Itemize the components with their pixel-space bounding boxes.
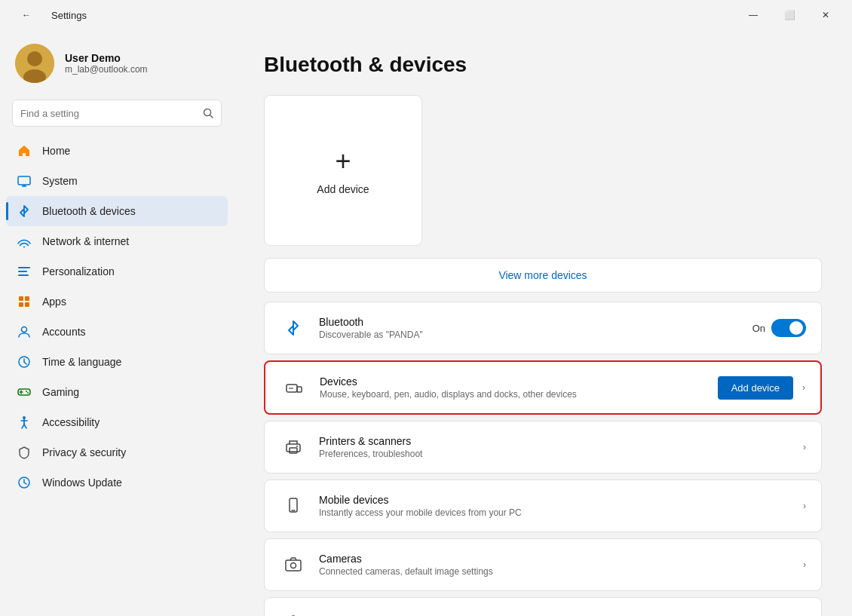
svg-rect-35: [290, 448, 297, 453]
devices-chevron: ›: [802, 382, 805, 393]
sidebar-item-label: Bluetooth & devices: [42, 205, 136, 217]
user-profile[interactable]: User Demo m_lab@outlook.com: [0, 30, 234, 97]
search-input[interactable]: [20, 108, 203, 119]
time-icon: [17, 354, 32, 369]
mobile-row-icon: [280, 492, 307, 519]
svg-rect-5: [18, 176, 30, 185]
view-more-text: View more devices: [498, 269, 587, 281]
sidebar-item-home[interactable]: Home: [6, 136, 228, 166]
sidebar-item-bluetooth[interactable]: Bluetooth & devices: [6, 196, 228, 226]
privacy-icon: [17, 445, 32, 460]
sidebar-item-apps[interactable]: Apps: [6, 287, 228, 317]
sidebar-item-accounts[interactable]: Accounts: [6, 317, 228, 347]
update-icon: [17, 475, 32, 490]
sidebar-item-gaming[interactable]: Gaming: [6, 377, 228, 407]
app-title: Settings: [51, 10, 87, 21]
bluetooth-row-text: Bluetooth Discoverable as "PANDA": [319, 316, 740, 340]
sidebar-item-system[interactable]: System: [6, 166, 228, 196]
view-more-row[interactable]: View more devices: [264, 258, 822, 293]
svg-rect-15: [25, 302, 29, 307]
printers-row-subtitle: Preferences, troubleshoot: [319, 449, 791, 459]
sidebar-item-label: Apps: [42, 296, 66, 308]
mobile-row-text: Mobile devices Instantly access your mob…: [319, 494, 791, 518]
titlebar-left: ← Settings: [9, 3, 87, 27]
svg-rect-12: [19, 296, 23, 301]
devices-row-subtitle: Mouse, keyboard, pen, audio, displays an…: [320, 389, 706, 400]
bluetooth-row-right: On: [752, 319, 806, 337]
gaming-icon: [17, 385, 32, 400]
cameras-row-text: Cameras Connected cameras, default image…: [319, 553, 791, 577]
search-icon: [203, 108, 213, 118]
cameras-row[interactable]: Cameras Connected cameras, default image…: [264, 538, 822, 591]
sidebar-item-time[interactable]: Time & language: [6, 347, 228, 377]
mobile-row[interactable]: Mobile devices Instantly access your mob…: [264, 480, 822, 532]
system-icon: [17, 173, 32, 188]
svg-point-16: [22, 327, 27, 333]
sidebar-item-label: Privacy & security: [42, 446, 126, 458]
toggle-wrap: On: [752, 319, 806, 337]
minimize-button[interactable]: —: [736, 3, 771, 27]
sidebar-item-personalization[interactable]: Personalization: [6, 256, 228, 287]
mouse-row-icon: [280, 610, 307, 616]
apps-icon: [17, 294, 32, 309]
svg-point-24: [27, 392, 29, 394]
devices-row[interactable]: Devices Mouse, keyboard, pen, audio, dis…: [264, 360, 822, 415]
sidebar-item-label: Personalization: [42, 265, 115, 277]
user-info: User Demo m_lab@outlook.com: [65, 52, 148, 75]
add-device-card[interactable]: + Add device: [264, 95, 422, 246]
bluetooth-icon: [17, 204, 32, 219]
svg-line-19: [24, 362, 26, 364]
sidebar-item-accessibility[interactable]: Accessibility: [6, 407, 228, 437]
mobile-chevron: ›: [803, 501, 806, 511]
sidebar-item-privacy[interactable]: Privacy & security: [6, 437, 228, 467]
svg-line-4: [210, 115, 213, 118]
add-device-label: Add device: [317, 183, 369, 195]
sidebar-item-label: Gaming: [42, 386, 79, 398]
sidebar-item-network[interactable]: Network & internet: [6, 226, 228, 256]
home-icon: [17, 143, 32, 158]
add-plus-icon: +: [335, 146, 351, 177]
toggle-label: On: [752, 323, 765, 334]
svg-line-29: [24, 424, 26, 428]
svg-line-28: [22, 424, 24, 428]
app-body: User Demo m_lab@outlook.com: [0, 30, 852, 616]
toggle-knob: [789, 321, 803, 335]
svg-point-40: [291, 563, 296, 568]
sidebar-item-label: Network & internet: [42, 235, 129, 247]
main-content: Bluetooth & devices + Add device View mo…: [234, 30, 852, 616]
devices-row-text: Devices Mouse, keyboard, pen, audio, dis…: [320, 375, 706, 400]
sidebar-item-label: Accounts: [42, 326, 86, 338]
page-title: Bluetooth & devices: [264, 53, 822, 77]
devices-row-icon: [280, 374, 308, 401]
sidebar-item-label: Accessibility: [42, 416, 100, 428]
cameras-chevron: ›: [803, 559, 806, 570]
titlebar: ← Settings — ⬜ ✕: [0, 0, 852, 30]
svg-point-23: [26, 391, 27, 392]
avatar: [15, 44, 54, 83]
devices-add-button[interactable]: Add device: [718, 376, 793, 400]
printers-row-title: Printers & scanners: [319, 435, 791, 447]
bluetooth-toggle[interactable]: [771, 319, 806, 337]
svg-point-8: [23, 247, 25, 248]
search-box[interactable]: [12, 100, 222, 127]
cameras-row-title: Cameras: [319, 553, 791, 565]
back-button[interactable]: ←: [9, 3, 44, 27]
maximize-button[interactable]: ⬜: [772, 3, 807, 27]
printers-row-icon: [280, 434, 307, 461]
cameras-row-right: ›: [803, 559, 806, 570]
bluetooth-row[interactable]: Bluetooth Discoverable as "PANDA" On: [264, 302, 822, 354]
printers-row-text: Printers & scanners Preferences, trouble…: [319, 435, 791, 459]
mouse-row[interactable]: Mouse ›: [264, 597, 822, 616]
user-name: User Demo: [65, 52, 148, 64]
printers-row[interactable]: Printers & scanners Preferences, trouble…: [264, 421, 822, 473]
mobile-row-subtitle: Instantly access your mobile devices fro…: [319, 507, 791, 518]
svg-rect-13: [25, 296, 29, 301]
bluetooth-row-title: Bluetooth: [319, 316, 740, 328]
cameras-row-icon: [280, 551, 307, 578]
svg-rect-32: [297, 387, 302, 392]
sidebar-item-label: Home: [42, 145, 70, 157]
sidebar-item-update[interactable]: Windows Update: [6, 467, 228, 498]
mobile-row-title: Mobile devices: [319, 494, 791, 506]
svg-rect-39: [286, 560, 301, 571]
close-button[interactable]: ✕: [808, 3, 843, 27]
